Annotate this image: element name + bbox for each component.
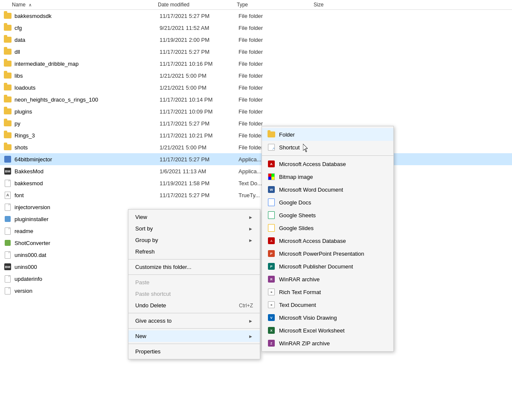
list-item[interactable]: BM BakkesMod 1/6/2021 11:13 AM Applica..… (0, 165, 512, 177)
list-item[interactable]: 64bitbminjector 11/17/2021 5:27 PM Appli… (0, 153, 512, 165)
list-item[interactable]: bakkesmodsdk 11/17/2021 5:27 PM File fol… (0, 10, 512, 22)
sub-bitmap-label: Bitmap image (279, 174, 313, 180)
col-name-header[interactable]: Name ∧ (0, 2, 158, 8)
sub-item-zip[interactable]: Z WinRAR ZIP archive (262, 337, 393, 350)
ctx-view-label: View (135, 214, 147, 220)
sub-item-txt[interactable]: ≡ Text Document (262, 298, 393, 311)
gsheets-icon (267, 211, 276, 219)
sub-gslides-label: Google Slides (279, 225, 314, 231)
ctx-paste-shortcut-label: Paste shortcut (135, 291, 171, 297)
ctx-customize-label: Customize this folder... (135, 264, 192, 270)
list-item[interactable]: loadouts 1/21/2021 5:00 PM File folder (0, 82, 512, 93)
ctx-paste-label: Paste (135, 279, 149, 286)
sub-item-ppt[interactable]: P Microsoft PowerPoint Presentation (262, 247, 393, 260)
list-item[interactable]: intermediate_dribble_map 11/17/2021 10:1… (0, 58, 512, 70)
ctx-undo-delete[interactable]: Undo Delete Ctrl+Z (128, 300, 260, 311)
shot-icon (3, 239, 12, 247)
col-type-header[interactable]: Type (237, 2, 314, 8)
ctx-properties[interactable]: Properties (128, 346, 260, 357)
list-item[interactable]: Rings_3 11/17/2021 10:21 PM File folder (0, 129, 512, 141)
folder-icon (3, 71, 12, 80)
list-item[interactable]: cfg 9/21/2021 11:52 AM File folder (0, 22, 512, 34)
sub-item-folder[interactable]: Folder (262, 128, 393, 141)
ctx-new[interactable]: New ► (128, 330, 260, 342)
folder-icon (3, 59, 12, 68)
list-item[interactable]: neon_heights_draco_s_rings_100 11/17/202… (0, 93, 512, 105)
word-icon: W (267, 185, 276, 194)
sub-item-access[interactable]: A Microsoft Access Database (262, 158, 393, 170)
col-size-header[interactable]: Size (314, 2, 356, 8)
file-icon (3, 251, 12, 259)
list-item[interactable]: plugins 11/17/2021 10:09 PM File folder (0, 105, 512, 117)
ctx-separator-2 (128, 274, 260, 275)
visio-icon: V (267, 313, 276, 322)
sort-arrow: ∧ (29, 3, 32, 7)
list-item[interactable]: libs 1/21/2021 5:00 PM File folder (0, 70, 512, 82)
plugin-icon (3, 215, 12, 223)
folder-icon (3, 107, 12, 116)
folder-icon (3, 23, 12, 32)
ctx-customize[interactable]: Customize this folder... (128, 261, 260, 273)
sub-folder-label: Folder (279, 131, 295, 138)
list-item[interactable]: py 11/17/2021 5:27 PM File folder (0, 117, 512, 129)
col-date-header[interactable]: Date modified (158, 2, 237, 8)
ctx-give-access-label: Give access to (135, 318, 172, 324)
ctx-sort-by[interactable]: Sort by ► (128, 223, 260, 234)
file-icon (3, 227, 12, 235)
folder-icon (3, 131, 12, 140)
ctx-sort-arrow: ► (248, 226, 253, 231)
ctx-undo-shortcut: Ctrl+Z (239, 303, 253, 309)
ctx-refresh[interactable]: Refresh (128, 246, 260, 257)
sub-item-word[interactable]: W Microsoft Word Document (262, 183, 393, 196)
folder-icon (3, 83, 12, 92)
list-item[interactable]: shots 1/21/2021 5:00 PM File folder (0, 141, 512, 153)
ctx-view[interactable]: View ► (128, 211, 260, 223)
ctx-group-by[interactable]: Group by ► (128, 234, 260, 246)
folder-icon (3, 47, 12, 56)
sub-item-gdocs[interactable]: Google Docs (262, 196, 393, 209)
list-item[interactable]: data 11/19/2021 2:00 PM File folder (0, 34, 512, 46)
list-item[interactable]: bakkesmod 11/19/2021 1:58 PM Text Do... (0, 177, 512, 189)
excel-icon: X (267, 326, 276, 335)
file-icon (3, 286, 12, 295)
ppt-icon: P (267, 249, 276, 258)
sub-item-rtf[interactable]: ≡ Rich Text Format (262, 286, 393, 298)
sub-item-gslides[interactable]: Google Slides (262, 222, 393, 234)
list-item[interactable]: dll 11/17/2021 5:27 PM File folder (0, 46, 512, 58)
sub-item-rar[interactable]: R WinRAR archive (262, 273, 393, 286)
access2-icon: A (267, 236, 276, 245)
rar-icon: R (267, 275, 276, 283)
folder-icon (3, 12, 12, 20)
bm-icon: BM (3, 167, 12, 175)
ctx-paste: Paste (128, 277, 260, 288)
ctx-new-label: New (135, 333, 146, 339)
shortcut-icon (267, 143, 276, 152)
sub-item-shortcut[interactable]: Shortcut (262, 141, 393, 154)
sub-rtf-label: Rich Text Format (279, 289, 321, 295)
sub-item-visio[interactable]: V Microsoft Visio Drawing (262, 311, 393, 324)
sub-shortcut-label: Shortcut (279, 144, 300, 151)
rtf-icon: ≡ (267, 288, 276, 296)
column-headers: Name ∧ Date modified Type Size (0, 0, 512, 10)
sub-txt-label: Text Document (279, 302, 316, 308)
folder-icon (267, 130, 276, 139)
sub-word-label: Microsoft Word Document (279, 187, 343, 193)
folder-icon (3, 143, 12, 152)
sub-item-excel[interactable]: X Microsoft Excel Worksheet (262, 324, 393, 337)
sub-ppt-label: Microsoft PowerPoint Presentation (279, 251, 364, 257)
folder-icon (3, 35, 12, 44)
sub-pub-label: Microsoft Publisher Document (279, 263, 353, 270)
list-item[interactable]: A font 11/17/2021 5:27 PM TrueTy... (0, 189, 512, 201)
file-icon (3, 203, 12, 211)
sub-item-bitmap[interactable]: Bitmap image (262, 170, 393, 183)
file-icon (3, 274, 12, 283)
folder-icon (3, 95, 12, 104)
bitmap-icon (267, 172, 276, 181)
sub-context-menu-new: Folder Shortcut A Microsoft Access Datab… (262, 126, 394, 352)
ctx-refresh-label: Refresh (135, 248, 155, 255)
ctx-give-access[interactable]: Give access to ► (128, 315, 260, 327)
sub-item-access2[interactable]: A Microsoft Access Database (262, 234, 393, 247)
sub-item-gsheets[interactable]: Google Sheets (262, 209, 393, 222)
ctx-separator-3 (128, 313, 260, 313)
sub-item-pub[interactable]: P Microsoft Publisher Document (262, 260, 393, 273)
